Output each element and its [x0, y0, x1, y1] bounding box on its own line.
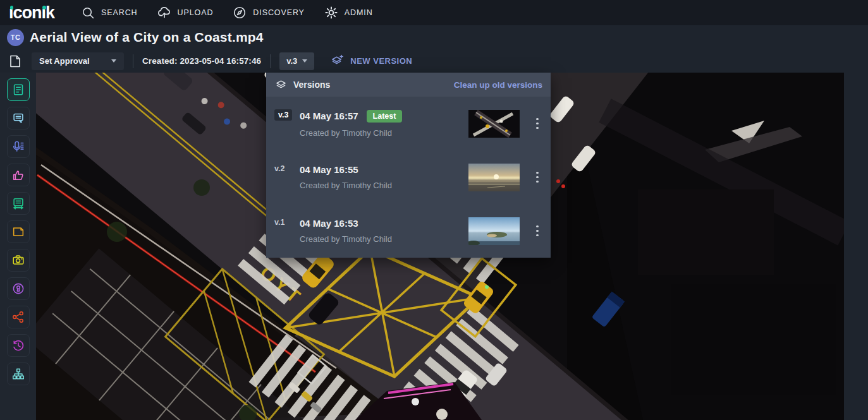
- nav-label: DISCOVERY: [253, 8, 305, 17]
- divider: [133, 54, 133, 68]
- gear-icon: [324, 5, 339, 20]
- version-dropdown-label: v.3: [286, 56, 297, 66]
- nav-search[interactable]: SEARCH: [81, 6, 138, 20]
- new-version-button[interactable]: NEW VERSION: [326, 53, 416, 69]
- layers-plus-icon: [330, 54, 345, 68]
- new-version-label: NEW VERSION: [350, 56, 412, 66]
- version-thumbnail-island-sea[interactable]: [468, 217, 520, 245]
- sidebar-item-metadata[interactable]: [7, 78, 30, 101]
- camera-icon: [11, 253, 25, 267]
- title-row: TC Aerial View of a City on a Coast.mp4: [0, 25, 868, 49]
- version-created-by: Created by Timothy Child: [300, 181, 468, 190]
- thumbs-up-icon: [11, 168, 25, 182]
- search-icon: [81, 6, 95, 20]
- nav-label: UPLOAD: [178, 8, 214, 17]
- nav-admin[interactable]: ADMIN: [324, 5, 373, 20]
- page-title: Aerial View of a City on a Coast.mp4: [30, 30, 264, 45]
- created-timestamp: Created: 2023-05-04 16:57:46: [142, 56, 261, 66]
- sidebar-item-relations[interactable]: [7, 363, 30, 385]
- left-sidebar: [0, 73, 36, 420]
- logo-text: ıconık: [9, 3, 54, 22]
- chevron-down-icon: [302, 59, 307, 63]
- version-row[interactable]: v.3 04 May 16:57 Latest Created by Timot…: [266, 97, 551, 150]
- version-created-by: Created by Timothy Child: [300, 234, 468, 244]
- kebab-menu[interactable]: [532, 169, 542, 186]
- version-thumbnail-night-intersection[interactable]: [468, 110, 520, 138]
- file-icon: [11, 225, 25, 239]
- version-label: v.3: [274, 109, 292, 121]
- sidebar-item-files[interactable]: [7, 220, 30, 243]
- iconik-logo[interactable]: ıconık: [9, 0, 54, 25]
- version-date: 04 May 16:57: [300, 111, 358, 121]
- sidebar-item-approvals[interactable]: [7, 164, 30, 186]
- versions-panel-header: Versions Clean up old versions: [266, 73, 551, 97]
- sidebar-item-subtitles[interactable]: [7, 192, 30, 215]
- sitemap-icon: [11, 367, 25, 381]
- document-icon: [8, 54, 23, 69]
- logo-dot-icon: [10, 6, 14, 9]
- version-label: v.2: [274, 164, 284, 173]
- layers-icon: [274, 78, 288, 92]
- top-nav: ıconık SEARCH UPLOAD DISCOVERY ADMIN: [0, 0, 868, 25]
- sidebar-item-keyframes[interactable]: [7, 249, 30, 272]
- comment-icon: [11, 111, 25, 125]
- cleanup-old-versions-link[interactable]: Clean up old versions: [454, 80, 542, 90]
- subtitles-icon: [11, 196, 25, 210]
- kebab-menu[interactable]: [532, 116, 542, 132]
- microphone-icon: [11, 140, 25, 153]
- logo-dot-icon: [42, 6, 46, 9]
- nav-upload[interactable]: UPLOAD: [157, 5, 214, 20]
- keyhole-icon: [11, 282, 25, 296]
- divider: [270, 54, 271, 68]
- sidebar-item-access-control[interactable]: [7, 277, 30, 300]
- set-approval-dropdown[interactable]: Set Approval: [32, 52, 124, 70]
- version-row[interactable]: v.1 04 May 16:53 Created by Timothy Chil…: [266, 204, 551, 258]
- share-icon: [11, 310, 25, 324]
- nav-discovery[interactable]: DISCOVERY: [232, 5, 305, 20]
- history-clock-icon: [11, 339, 25, 352]
- version-date: 04 May 16:55: [300, 164, 358, 175]
- set-approval-label: Set Approval: [39, 56, 90, 66]
- sidebar-item-transcription[interactable]: [7, 135, 30, 158]
- document-lines-icon: [11, 83, 25, 97]
- sidebar-item-comments[interactable]: [7, 107, 30, 129]
- version-date: 04 May 16:53: [300, 218, 358, 229]
- versions-panel-title: Versions: [293, 80, 330, 90]
- upload-cloud-icon: [157, 5, 172, 20]
- nav-label: ADMIN: [345, 8, 373, 17]
- avatar: TC: [7, 29, 24, 46]
- version-label: v.1: [274, 218, 284, 227]
- kebab-menu[interactable]: [532, 223, 542, 239]
- sidebar-item-share[interactable]: [7, 306, 30, 328]
- chevron-down-icon: [111, 59, 116, 63]
- latest-badge: Latest: [367, 110, 403, 123]
- nav-label: SEARCH: [101, 8, 138, 17]
- sidebar-item-history[interactable]: [7, 334, 30, 357]
- asset-toolbar: Set Approval Created: 2023-05-04 16:57:4…: [0, 49, 868, 73]
- version-thumbnail-sunset-beach[interactable]: [468, 164, 520, 191]
- version-row[interactable]: v.2 04 May 16:55 Created by Timothy Chil…: [266, 150, 551, 204]
- versions-panel: Versions Clean up old versions v.3 04 Ma…: [266, 73, 551, 258]
- version-dropdown[interactable]: v.3: [279, 52, 314, 70]
- version-created-by: Created by Timothy Child: [300, 128, 468, 138]
- compass-icon: [232, 5, 247, 20]
